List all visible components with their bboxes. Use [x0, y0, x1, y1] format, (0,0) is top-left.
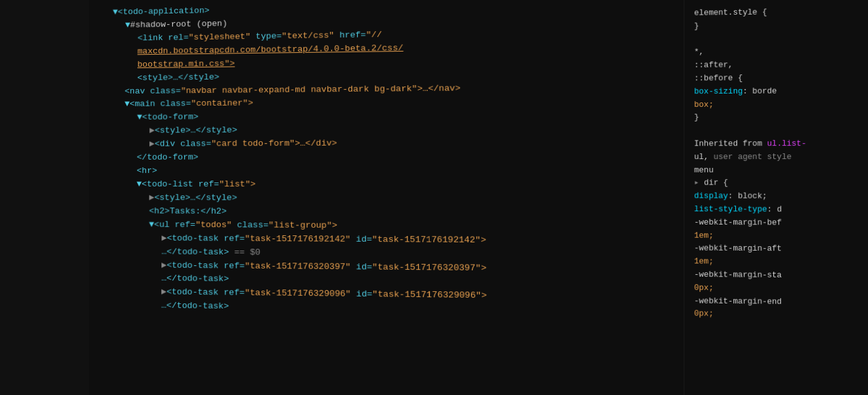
style-display: display: block; — [694, 190, 860, 204]
style-menu: menu — [694, 164, 860, 177]
style-blank2 — [694, 124, 860, 137]
left-gutter — [0, 0, 89, 395]
dom-line-todo-form-close[interactable]: </todo-form> — [99, 149, 684, 165]
style-webkit-margin-aft: -webkit-margin-aft — [694, 242, 860, 256]
style-element-close: } — [694, 18, 860, 33]
styles-content: element.style { } *, ::after, ::before {… — [694, 5, 860, 322]
style-dir-open: ▸ dir { — [694, 177, 860, 190]
style-0px-1: 0px; — [694, 282, 860, 296]
style-inherited: Inherited from ul.list- — [694, 137, 860, 151]
dom-tree-content: ▼<todo-application> ▼#shadow-root (open)… — [98, 0, 684, 321]
style-pseudo-close: } — [694, 111, 860, 125]
style-after: ::after, — [694, 58, 860, 72]
style-ul-agent: ul, user agent style — [694, 151, 860, 164]
style-box-sizing: box-sizing: borde — [694, 85, 860, 99]
style-webkit-margin-end: -webkit-margin-end — [694, 295, 860, 309]
style-element-style: element.style { — [694, 5, 860, 20]
style-1em-2: 1em; — [694, 255, 860, 269]
style-list-style: list-style-type: d — [694, 203, 860, 217]
dom-line-todo-list[interactable]: ▼<todo-list ref="list"> — [99, 178, 684, 192]
dom-line-hr[interactable]: <hr> — [99, 164, 684, 178]
style-1em-1: 1em; — [694, 229, 860, 243]
dom-line-style3[interactable]: ▶<style>…</style> — [98, 191, 684, 206]
style-before: ::before { — [694, 71, 860, 85]
styles-panel: element.style { } *, ::after, ::before {… — [684, 0, 868, 395]
style-webkit-margin-sta: -webkit-margin-sta — [694, 268, 860, 283]
style-star: *, — [694, 45, 860, 59]
style-webkit-margin-bef: -webkit-margin-bef — [694, 216, 860, 230]
dom-tree-panel[interactable]: ▼<todo-application> ▼#shadow-root (open)… — [89, 0, 684, 395]
style-box-value: box; — [694, 98, 860, 112]
dom-line-div-card[interactable]: ▶<div class="card todo-form">…</div> — [99, 135, 684, 151]
style-0px-2: 0px; — [694, 308, 860, 322]
style-blank1 — [694, 32, 860, 46]
